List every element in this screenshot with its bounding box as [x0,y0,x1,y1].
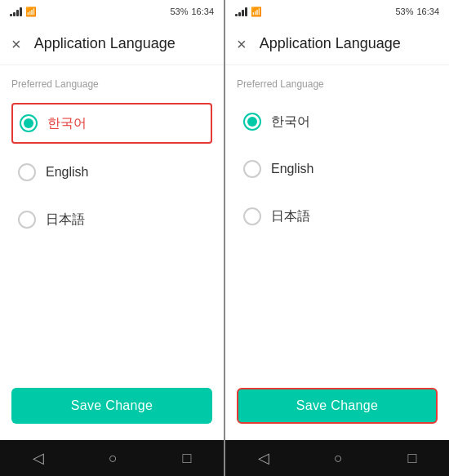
time-display: 16:34 [191,7,214,16]
language-label-korean: 한국어 [271,113,310,131]
battery-icon: 53% [170,7,188,16]
language-label-japanese: 日本語 [271,208,310,225]
battery-icon: 53% [395,7,413,16]
language-option-english[interactable]: English [11,153,212,191]
wifi-icon: 📶 [251,7,262,17]
radio-button-english[interactable] [18,163,36,181]
recent-button[interactable]: □ [407,450,416,467]
navigation-bar: ◁ ○ □ [225,440,449,476]
back-button[interactable]: ◁ [33,449,44,467]
radio-button-korean[interactable] [20,114,38,132]
status-bar-left: 📶 [10,7,37,17]
app-header: × Application Language [0,23,224,65]
radio-button-japanese[interactable] [18,211,36,229]
time-display: 16:34 [416,7,439,16]
language-option-korean[interactable]: 한국어 [11,103,212,144]
page-title: Application Language [34,35,176,52]
radio-inner-korean [24,118,33,128]
page-title: Application Language [260,35,401,52]
recent-button[interactable]: □ [182,450,191,467]
language-label-english: English [46,165,88,180]
language-option-korean[interactable]: 한국어 [237,103,438,140]
close-button[interactable]: × [11,36,21,52]
section-label: Preferred Language [237,78,438,90]
language-label-english: English [271,162,313,176]
phone-panel-right: 📶 53% 16:34 × Application Language Prefe… [225,0,449,476]
app-header: × Application Language [225,23,449,65]
status-bar-left: 📶 [235,7,262,17]
status-bar: 📶 53% 16:34 [0,0,224,23]
status-bar-right: 53% 16:34 [395,7,439,16]
bottom-area: Save Change [0,378,224,440]
home-button[interactable]: ○ [334,450,343,467]
language-label-korean: 한국어 [47,115,87,132]
back-button[interactable]: ◁ [258,449,269,467]
radio-button-japanese[interactable] [243,207,261,225]
radio-inner-korean [247,117,257,127]
signal-icon [10,7,22,16]
radio-button-korean[interactable] [243,113,261,131]
navigation-bar: ◁ ○ □ [0,440,224,476]
radio-button-english[interactable] [243,160,261,178]
save-change-button[interactable]: Save Change [11,388,212,424]
phone-panel-left: 📶 53% 16:34 × Application Language Prefe… [0,0,224,476]
language-option-japanese[interactable]: 日本語 [237,198,438,235]
home-button[interactable]: ○ [109,450,118,467]
language-label-japanese: 日本語 [46,211,85,229]
signal-icon [235,7,247,16]
status-bar: 📶 53% 16:34 [225,0,449,23]
close-button[interactable]: × [237,36,247,52]
language-option-english[interactable]: English [237,150,438,188]
save-change-button[interactable]: Save Change [237,388,438,424]
language-option-japanese[interactable]: 日本語 [11,201,212,238]
section-label: Preferred Language [11,78,212,90]
content-area: Preferred Language한국어English日本語 [225,65,449,378]
wifi-icon: 📶 [25,7,37,17]
content-area: Preferred Language한국어English日本語 [0,65,224,378]
bottom-area: Save Change [225,378,449,440]
status-bar-right: 53% 16:34 [170,7,214,16]
